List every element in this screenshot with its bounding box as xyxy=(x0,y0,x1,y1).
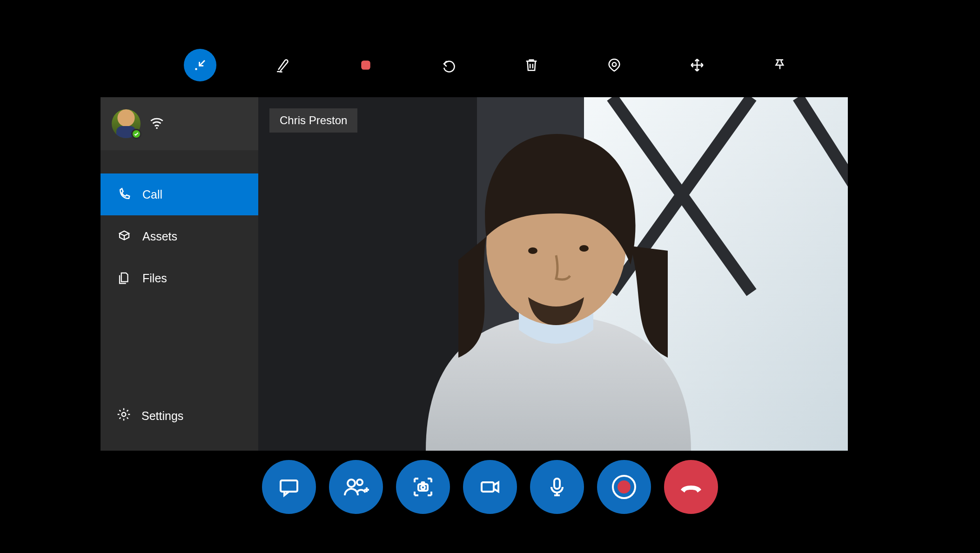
snapshot-button[interactable] xyxy=(396,460,450,514)
move-button[interactable] xyxy=(681,49,713,81)
svg-point-2 xyxy=(612,62,617,67)
svg-point-3 xyxy=(156,127,158,129)
profile-row xyxy=(101,97,258,150)
record-icon xyxy=(612,475,636,499)
chat-button[interactable] xyxy=(262,460,316,514)
record-button[interactable] xyxy=(597,460,651,514)
app-panel: Call Assets Files xyxy=(101,97,848,451)
sidebar-item-settings[interactable]: Settings xyxy=(101,395,258,437)
svg-point-13 xyxy=(357,480,362,485)
sidebar-item-label: Settings xyxy=(141,409,183,423)
delete-button[interactable] xyxy=(515,49,548,81)
svg-rect-17 xyxy=(554,479,560,489)
remote-video-placeholder xyxy=(258,97,848,451)
svg-point-15 xyxy=(421,486,425,489)
move-icon xyxy=(689,57,705,73)
svg-point-9 xyxy=(528,247,537,254)
svg-point-10 xyxy=(579,245,589,252)
video-toggle-button[interactable] xyxy=(463,460,517,514)
ink-button[interactable] xyxy=(267,49,299,81)
svg-point-4 xyxy=(122,413,126,417)
pin-icon xyxy=(772,57,788,73)
undo-icon xyxy=(441,57,456,73)
svg-rect-1 xyxy=(361,60,370,70)
sidebar-item-assets[interactable]: Assets xyxy=(101,215,258,257)
svg-point-12 xyxy=(348,480,355,487)
undo-button[interactable] xyxy=(432,49,465,81)
wifi-icon xyxy=(149,115,165,133)
chat-icon xyxy=(278,476,300,498)
pen-icon xyxy=(275,57,291,73)
video-feed: Chris Preston xyxy=(258,97,848,451)
add-participant-button[interactable] xyxy=(329,460,383,514)
mic-toggle-button[interactable] xyxy=(530,460,584,514)
svg-point-0 xyxy=(195,68,197,70)
participant-name: Chris Preston xyxy=(280,114,347,127)
minimize-icon xyxy=(192,57,208,73)
minimize-button[interactable] xyxy=(184,49,216,81)
camera-snapshot-icon xyxy=(412,476,434,498)
stop-icon xyxy=(360,59,372,71)
sidebar-item-call[interactable]: Call xyxy=(101,173,258,215)
svg-rect-16 xyxy=(482,482,494,492)
svg-rect-11 xyxy=(281,480,297,492)
gear-icon xyxy=(116,407,131,425)
sidebar: Call Assets Files xyxy=(101,97,258,451)
sidebar-nav: Call Assets Files xyxy=(101,173,258,299)
mic-icon xyxy=(546,476,568,498)
sidebar-item-label: Assets xyxy=(142,230,177,243)
call-controls xyxy=(0,460,980,514)
annotation-toolbar xyxy=(0,49,980,81)
sidebar-item-label: Files xyxy=(142,272,167,285)
presence-online-icon xyxy=(131,129,141,139)
target-icon xyxy=(606,57,622,73)
hangup-icon xyxy=(678,476,704,498)
sidebar-item-label: Call xyxy=(142,188,162,201)
avatar[interactable] xyxy=(112,109,141,138)
participant-name-chip: Chris Preston xyxy=(269,108,357,133)
assets-icon xyxy=(116,228,132,244)
add-person-icon xyxy=(343,476,369,498)
stop-record-button[interactable] xyxy=(349,49,382,81)
pin-button[interactable] xyxy=(764,49,796,81)
phone-icon xyxy=(116,187,132,202)
sidebar-item-files[interactable]: Files xyxy=(101,257,258,299)
annotate-target-button[interactable] xyxy=(598,49,631,81)
video-icon xyxy=(479,476,501,498)
hangup-button[interactable] xyxy=(664,460,718,514)
files-icon xyxy=(116,270,132,286)
trash-icon xyxy=(524,57,539,73)
